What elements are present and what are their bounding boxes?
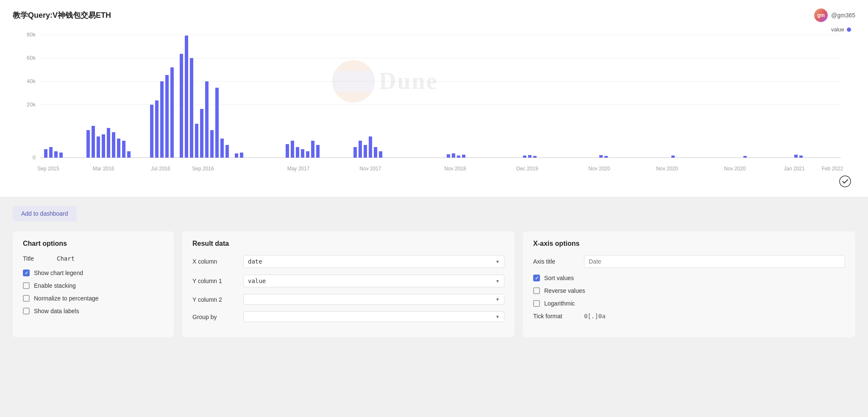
svg-text:40k: 40k [27, 78, 36, 84]
normalize-row[interactable]: Normalize to percentage [23, 295, 164, 302]
chart-title-label: Title [23, 255, 57, 262]
axis-title-input[interactable] [584, 255, 845, 268]
x-axis-options-title: X-axis options [533, 240, 845, 247]
tick-format-row: Tick format 0[.]0a [533, 313, 845, 320]
svg-rect-42 [291, 141, 294, 158]
show-legend-checkbox[interactable] [23, 270, 30, 276]
user-badge: gm @gm365 [814, 8, 855, 22]
svg-rect-24 [150, 105, 153, 158]
show-legend-row[interactable]: Show chart legend [23, 270, 164, 276]
avatar: gm [814, 8, 828, 22]
svg-text:Nov 2020: Nov 2020 [724, 166, 746, 172]
chart-options-card: Chart options Title Chart Show chart leg… [13, 231, 174, 337]
y-column2-select[interactable]: ▼ [243, 294, 504, 305]
show-legend-label: Show chart legend [34, 270, 83, 276]
svg-text:Jul 2016: Jul 2016 [151, 166, 170, 172]
svg-rect-53 [379, 151, 382, 158]
result-data-title: Result data [192, 240, 504, 247]
svg-rect-16 [92, 126, 95, 158]
add-dashboard-button[interactable]: Add to dashboard [13, 206, 77, 221]
sort-values-row[interactable]: Sort values [533, 275, 845, 281]
svg-text:Mar 2016: Mar 2016 [93, 166, 114, 172]
svg-rect-33 [200, 109, 203, 158]
svg-rect-27 [165, 75, 169, 158]
svg-rect-52 [374, 147, 377, 158]
normalize-label: Normalize to percentage [34, 295, 99, 302]
svg-rect-41 [286, 144, 289, 158]
svg-rect-64 [743, 156, 747, 158]
svg-text:Nov 2017: Nov 2017 [359, 166, 381, 172]
enable-stacking-row[interactable]: Enable stacking [23, 282, 164, 289]
svg-rect-38 [225, 145, 229, 158]
sort-values-label: Sort values [544, 275, 574, 281]
svg-rect-29 [180, 54, 183, 158]
group-by-dropdown-arrow-icon: ▼ [495, 314, 500, 319]
svg-rect-56 [457, 156, 460, 158]
reverse-values-checkbox[interactable] [533, 287, 540, 294]
svg-rect-37 [220, 139, 224, 158]
chart-title-value: Chart [57, 255, 75, 262]
chart-wrapper: value 80k 60k 40k 20k 0 [13, 26, 855, 193]
svg-rect-40 [240, 153, 243, 158]
y-column2-row: Y column 2 ▼ [192, 294, 504, 305]
svg-rect-19 [107, 128, 110, 158]
svg-rect-22 [122, 141, 125, 158]
reverse-values-label: Reverse values [544, 287, 585, 294]
svg-point-84 [840, 176, 851, 187]
svg-rect-20 [112, 132, 115, 158]
y-column1-label: Y column 1 [192, 278, 243, 284]
svg-rect-47 [316, 145, 320, 158]
svg-rect-61 [599, 155, 603, 158]
y-column1-select[interactable]: value ▼ [243, 275, 504, 287]
group-by-row: Group by ▼ [192, 311, 504, 322]
svg-text:Nov 2020: Nov 2020 [656, 166, 678, 172]
svg-text:Dune: Dune [379, 68, 438, 94]
axis-title-label: Axis title [533, 258, 584, 265]
logarithmic-checkbox[interactable] [533, 300, 540, 307]
chart-options-title: Chart options [23, 240, 164, 247]
bottom-panel: Add to dashboard Chart options Title Cha… [0, 197, 868, 346]
svg-rect-23 [127, 151, 131, 158]
svg-rect-13 [54, 151, 58, 158]
svg-text:Feb 2022: Feb 2022 [822, 166, 843, 172]
svg-text:Nov 2018: Nov 2018 [444, 166, 466, 172]
svg-rect-44 [301, 149, 304, 158]
svg-text:80k: 80k [27, 31, 36, 38]
y-column1-row: Y column 1 value ▼ [192, 275, 504, 287]
check-icon[interactable] [839, 175, 851, 187]
x-column-value: date [248, 258, 262, 265]
svg-rect-28 [170, 67, 174, 158]
svg-rect-18 [102, 134, 105, 158]
tick-format-value: 0[.]0a [584, 313, 606, 320]
chart-header: 教学Query:V神钱包交易ETH gm @gm365 [13, 8, 855, 22]
svg-rect-11 [44, 149, 47, 158]
svg-rect-55 [452, 153, 455, 158]
svg-rect-59 [528, 155, 531, 158]
reverse-values-row[interactable]: Reverse values [533, 287, 845, 294]
y-column2-dropdown-arrow-icon: ▼ [495, 297, 500, 302]
svg-text:Sep 2016: Sep 2016 [192, 166, 214, 172]
group-by-select[interactable]: ▼ [243, 311, 504, 322]
svg-rect-66 [799, 156, 803, 158]
svg-rect-31 [190, 58, 193, 158]
svg-rect-12 [49, 147, 53, 158]
sort-values-checkbox[interactable] [533, 275, 540, 281]
check-icon-wrapper[interactable] [839, 175, 851, 189]
show-data-labels-row[interactable]: Show data labels [23, 308, 164, 314]
show-data-labels-checkbox[interactable] [23, 308, 30, 314]
y-column2-label: Y column 2 [192, 296, 243, 303]
svg-rect-43 [296, 147, 299, 158]
svg-rect-46 [311, 141, 314, 158]
svg-rect-25 [155, 100, 159, 158]
svg-text:Jan 2021: Jan 2021 [784, 166, 805, 172]
x-column-select[interactable]: date ▼ [243, 255, 504, 268]
logarithmic-row[interactable]: Logarithmic [533, 300, 845, 307]
enable-stacking-checkbox[interactable] [23, 282, 30, 289]
svg-text:Nov 2020: Nov 2020 [588, 166, 610, 172]
svg-rect-39 [235, 153, 238, 158]
normalize-checkbox[interactable] [23, 295, 30, 302]
svg-text:Sep 2015: Sep 2015 [37, 166, 59, 172]
svg-rect-51 [369, 136, 372, 158]
svg-rect-15 [86, 130, 90, 158]
options-grid: Chart options Title Chart Show chart leg… [13, 231, 855, 337]
